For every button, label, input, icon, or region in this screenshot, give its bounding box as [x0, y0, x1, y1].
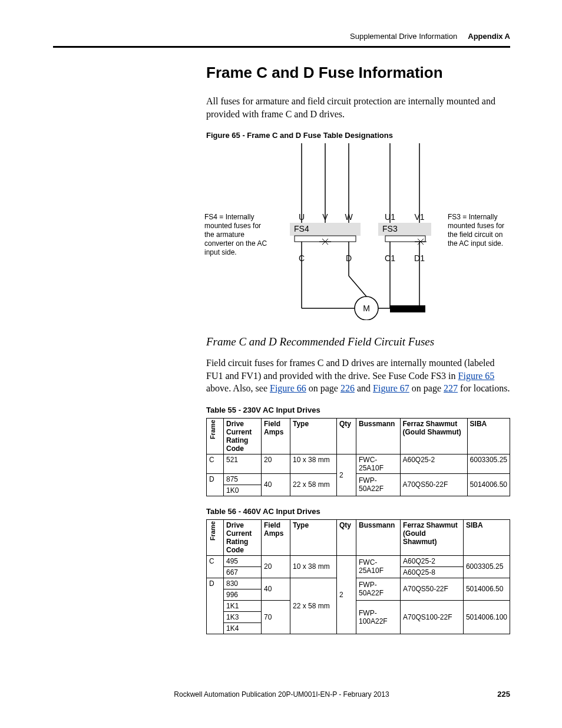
- header-rule: [53, 46, 510, 48]
- table56: Frame Drive Current Rating Code Field Am…: [206, 519, 510, 634]
- th-siba: SIBA: [467, 418, 510, 454]
- table-row: D 875 40 22 x 58 mm FWP-50A22F A70QS50-2…: [207, 473, 510, 485]
- th-qty: Qty: [337, 418, 356, 454]
- link-figure65[interactable]: Figure 65: [458, 371, 495, 381]
- th-ferraz: Ferraz Shawmut (Gould Shawmut): [400, 418, 467, 454]
- page-title: Frame C and D Fuse Information: [206, 64, 510, 82]
- link-figure66[interactable]: Figure 66: [270, 383, 306, 393]
- table56-caption: Table 56 - 460V AC Input Drives: [206, 507, 510, 516]
- svg-rect-6: [295, 236, 356, 242]
- th-code: Drive Current Rating Code: [224, 418, 262, 454]
- table-row: D 830 40 22 x 58 mm FWP-50A22F A70QS50-2…: [207, 578, 510, 589]
- table55: Frame Drive Current Rating Code Field Am…: [206, 418, 510, 496]
- label-w: W: [345, 212, 353, 222]
- label-fs3: FS3: [382, 224, 398, 233]
- table-row: C 495 20 10 x 38 mm 2 FWC-25A10F A60Q25-…: [207, 555, 510, 566]
- th-field: Field Amps: [262, 519, 290, 555]
- th-frame: Frame: [209, 521, 216, 541]
- header-appendix: Appendix A: [468, 32, 510, 41]
- footer-publication: Rockwell Automation Publication 20P-UM00…: [53, 690, 510, 699]
- table-row: 1K1 70 FWP-100A22F A70QS100-22F 5014006.…: [207, 600, 510, 611]
- th-buss: Bussmann: [356, 519, 401, 555]
- label-u: U: [299, 212, 305, 222]
- th-buss: Bussmann: [356, 418, 401, 454]
- th-type: Type: [290, 418, 337, 454]
- label-fs4: FS4: [294, 224, 309, 233]
- th-qty: Qty: [337, 519, 356, 555]
- svg-rect-22: [390, 305, 425, 312]
- header-breadcrumb: Supplemental Drive Information Appendix …: [350, 32, 510, 41]
- th-ferraz: Ferraz Shawmut (Gould Shawmut): [401, 519, 464, 555]
- footer-page-number: 225: [497, 690, 510, 699]
- th-field: Field Amps: [262, 418, 290, 454]
- label-v: V: [322, 212, 328, 222]
- th-frame: Frame: [209, 420, 216, 439]
- link-page227[interactable]: 227: [444, 383, 458, 393]
- label-v1: V1: [414, 212, 424, 222]
- subhead-field-fuses: Frame C and D Recommended Field Circuit …: [206, 335, 510, 348]
- figure65: FS4 = Internally mounted fuses for the a…: [206, 143, 510, 320]
- field-fuse-paragraph: Field circuit fuses for frames C and D d…: [206, 357, 510, 395]
- figure65-right-note: FS3 = Internally mounted fuses for the f…: [448, 213, 513, 248]
- th-code: Drive Current Rating Code: [224, 519, 262, 555]
- label-u1: U1: [385, 212, 395, 222]
- link-figure67[interactable]: Figure 67: [373, 383, 409, 393]
- figure65-diagram: U V W U1 V1 FS4 FS3: [284, 143, 449, 320]
- svg-line-21: [349, 276, 366, 297]
- label-m: M: [363, 304, 370, 313]
- header-section: Supplemental Drive Information: [350, 32, 457, 41]
- intro-paragraph: All fuses for armature and field circuit…: [206, 95, 510, 120]
- th-siba: SIBA: [463, 519, 510, 555]
- th-type: Type: [290, 519, 337, 555]
- table55-caption: Table 55 - 230V AC Input Drives: [206, 406, 510, 414]
- link-page226[interactable]: 226: [340, 383, 355, 393]
- table-row: C 521 20 10 x 38 mm 2 FWC-25A10F A60Q25-…: [207, 454, 510, 473]
- figure65-left-note: FS4 = Internally mounted fuses for the a…: [204, 213, 269, 257]
- figure65-caption: Figure 65 - Frame C and D Fuse Table Des…: [206, 131, 510, 140]
